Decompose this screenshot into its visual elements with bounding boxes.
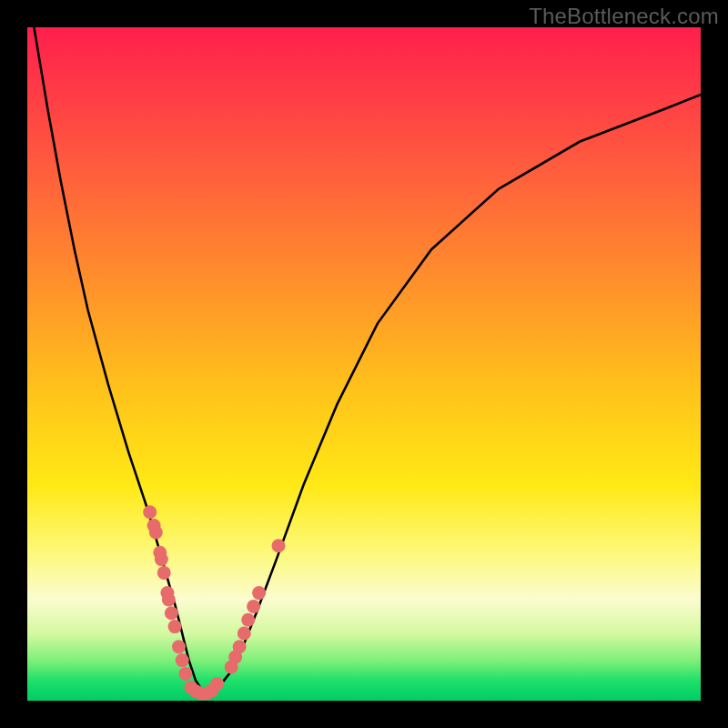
bottleneck-curve — [34, 27, 701, 694]
marker-dot — [241, 613, 255, 627]
marker-dot — [168, 620, 182, 633]
watermark-label: TheBottleneck.com — [529, 4, 719, 29]
marker-dot — [247, 600, 260, 613]
marker-dot — [252, 586, 266, 600]
marker-dot — [238, 627, 251, 641]
marker-dot — [178, 667, 192, 681]
marker-dot — [272, 539, 286, 552]
chart-frame: TheBottleneck.com — [0, 0, 728, 728]
marker-dot — [143, 505, 157, 519]
marker-dot — [210, 677, 224, 691]
marker-group — [143, 505, 285, 700]
marker-dot — [157, 566, 171, 580]
marker-dot — [233, 640, 247, 653]
marker-dot — [172, 640, 186, 653]
marker-dot — [155, 552, 168, 566]
marker-dot — [162, 593, 176, 607]
marker-dot — [165, 606, 178, 620]
chart-overlay — [27, 27, 701, 701]
marker-dot — [176, 653, 189, 667]
marker-dot — [149, 526, 163, 540]
